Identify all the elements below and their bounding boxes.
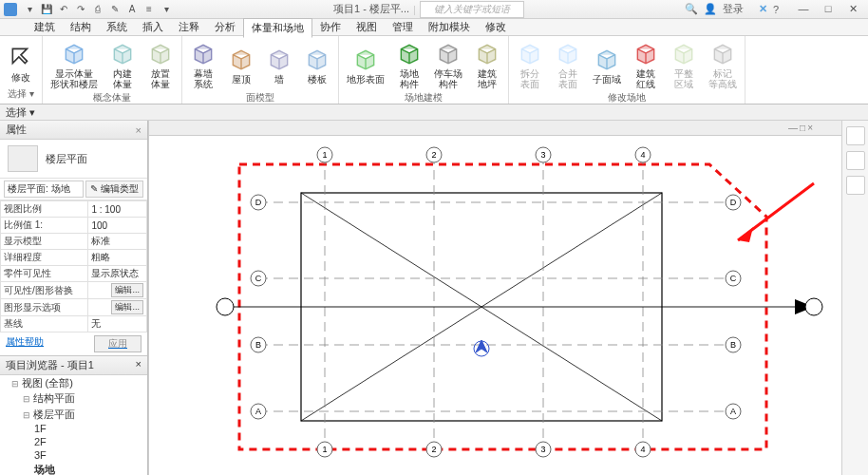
ribbon-tab[interactable]: 视图 <box>349 18 385 36</box>
qat-icon[interactable]: ▾ <box>160 3 173 16</box>
grid-bubble: 2 <box>431 150 436 160</box>
save-icon[interactable]: 💾 <box>40 3 53 16</box>
app-icon[interactable] <box>4 3 17 16</box>
pad-button[interactable]: 建筑地坪 <box>470 38 504 91</box>
ribbon-tab[interactable]: 体量和场地 <box>243 18 312 38</box>
wall-icon <box>266 46 292 72</box>
infocenter-icon[interactable]: 🔍 <box>685 3 698 15</box>
view-tabstrip: — □ × <box>149 121 841 136</box>
grid-bubble: 4 <box>640 445 645 454</box>
instance-combo[interactable]: 楼层平面: 场地 <box>4 180 84 198</box>
tree-node[interactable]: 楼层平面1F2F3F场地 <box>23 407 147 475</box>
qat-icon[interactable]: A <box>125 3 139 16</box>
canvas-corner-controls[interactable]: — □ × <box>788 123 813 133</box>
roof-button[interactable]: 屋顶 <box>224 44 258 86</box>
property-value[interactable]: 标准 <box>88 234 147 250</box>
tree-root[interactable]: 视图 (全部)结构平面楼层平面1F2F3F场地天花板平面三维视图{三维} <box>11 375 147 475</box>
plan-view[interactable]: DDCCBBAA11223344 <box>149 136 833 475</box>
property-value[interactable]: 编辑... <box>88 282 147 299</box>
ribbon-tab[interactable]: 插入 <box>135 18 171 36</box>
subregion-button[interactable]: 子面域 <box>589 44 625 86</box>
ribbon-tabs: 建筑结构系统插入注释分析体量和场地协作视图管理附加模块修改 <box>0 19 868 36</box>
property-value[interactable]: 无 <box>88 316 147 332</box>
redo-icon[interactable]: ↷ <box>74 3 87 16</box>
canvas-icon[interactable]: × <box>807 123 813 133</box>
help-link[interactable]: 属性帮助 <box>6 335 44 352</box>
parking-button[interactable]: 停车场构件 <box>430 38 466 91</box>
tree-node[interactable]: 结构平面 <box>23 390 147 407</box>
property-value[interactable]: 1 : 100 <box>88 201 147 218</box>
search-input[interactable]: 键入关键字或短语 <box>420 1 524 18</box>
close-button[interactable]: ✕ <box>841 2 864 17</box>
ribbon-tab[interactable]: 协作 <box>312 18 349 36</box>
property-name: 视图比例 <box>1 201 88 218</box>
maximize-button[interactable]: □ <box>817 2 840 17</box>
ribbon-tab[interactable]: 修改 <box>478 18 514 36</box>
browser-tree[interactable]: 视图 (全部)结构平面楼层平面1F2F3F场地天花板平面三维视图{三维} <box>0 375 147 475</box>
apply-button[interactable]: 应用 <box>94 335 142 352</box>
grade-button[interactable]: 平整区域 <box>667 38 701 91</box>
close-icon[interactable]: × <box>136 358 142 372</box>
wall-button[interactable]: 墙 <box>262 44 296 86</box>
ribbon-tab[interactable]: 注释 <box>171 18 207 36</box>
grid-bubble: C <box>255 274 262 283</box>
group-label: 面模型 <box>186 91 334 105</box>
grid-bubble: B <box>255 340 261 350</box>
topo-button[interactable]: 地形表面 <box>343 44 388 86</box>
drawing-canvas[interactable]: — □ × DDCCBBAA11223344 <box>148 121 841 475</box>
property-value[interactable]: 100 <box>88 218 147 234</box>
svg-point-28 <box>805 298 822 315</box>
property-name: 零件可见性 <box>1 266 88 282</box>
print-icon[interactable]: ⎙ <box>91 3 104 16</box>
modify-button[interactable]: 修改 <box>4 42 38 85</box>
ribbon-tab[interactable]: 附加模块 <box>421 18 478 36</box>
property-value[interactable]: 粗略 <box>88 250 147 266</box>
label-contour-button[interactable]: 标记等高线 <box>705 38 741 91</box>
tree-leaf[interactable]: 场地 <box>34 462 147 475</box>
tree-leaf[interactable]: 2F <box>34 435 147 448</box>
qat-icon[interactable]: ✎ <box>108 3 122 16</box>
signin-label[interactable]: 登录 <box>723 2 744 16</box>
title-center: 项目1 - 楼层平... | 键入关键字或短语 <box>173 1 685 18</box>
show-mass-button[interactable]: 显示体量形状和楼层 <box>47 38 102 91</box>
ribbon-tab[interactable]: 结构 <box>63 18 99 36</box>
open-icon[interactable]: ▾ <box>23 3 36 16</box>
pad-icon <box>474 40 500 66</box>
button-label: 合并表面 <box>558 68 577 89</box>
minimize-button[interactable]: — <box>792 2 815 17</box>
property-value[interactable]: 显示原状态 <box>88 266 147 282</box>
ribbon-tab[interactable]: 系统 <box>99 18 135 36</box>
signin-icon[interactable]: 👤 <box>704 3 717 15</box>
place-mass-button[interactable]: 放置体量 <box>143 38 178 91</box>
property-value[interactable]: 编辑... <box>88 299 147 316</box>
undo-icon[interactable]: ↶ <box>57 3 70 16</box>
button-label: 子面域 <box>593 74 621 85</box>
split-button[interactable]: 拆分表面 <box>513 38 547 91</box>
site-comp-button[interactable]: 场地构件 <box>392 38 426 91</box>
select-dropdown[interactable]: 选择 ▾ <box>6 105 35 120</box>
exchange-icon[interactable]: ✕ <box>759 3 767 15</box>
tree-leaf[interactable]: 3F <box>34 448 147 462</box>
ribbon-tab[interactable]: 建筑 <box>27 18 63 36</box>
nav-wheel-icon[interactable] <box>846 151 865 170</box>
options-bar: 选择 ▾ <box>0 104 868 121</box>
edit-type-button[interactable]: ✎ 编辑类型 <box>85 180 143 198</box>
tree-leaf[interactable]: 1F <box>34 422 147 435</box>
nav-home-icon[interactable] <box>846 126 865 145</box>
curtain-button[interactable]: 幕墙系统 <box>186 38 220 91</box>
floor-button[interactable]: 楼板 <box>300 44 334 86</box>
ribbon-tab[interactable]: 分析 <box>207 18 243 36</box>
ribbon-tab[interactable]: 管理 <box>385 18 421 36</box>
type-selector[interactable]: 楼层平面 <box>0 140 147 178</box>
help-icon[interactable]: ? <box>773 4 779 15</box>
merge-button[interactable]: 合并表面 <box>551 38 585 91</box>
inplace-mass-button[interactable]: 内建体量 <box>105 38 140 91</box>
project-browser: 项目浏览器 - 项目1 × 视图 (全部)结构平面楼层平面1F2F3F场地天花板… <box>0 356 147 475</box>
close-icon[interactable]: × <box>136 124 142 136</box>
qat-icon[interactable]: ≡ <box>142 3 156 16</box>
canvas-icon[interactable]: □ <box>800 123 805 133</box>
nav-pan-icon[interactable] <box>846 176 865 195</box>
grid-bubble: D <box>730 198 737 207</box>
canvas-icon[interactable]: — <box>788 123 798 133</box>
redline-button[interactable]: 建筑红线 <box>629 38 663 91</box>
